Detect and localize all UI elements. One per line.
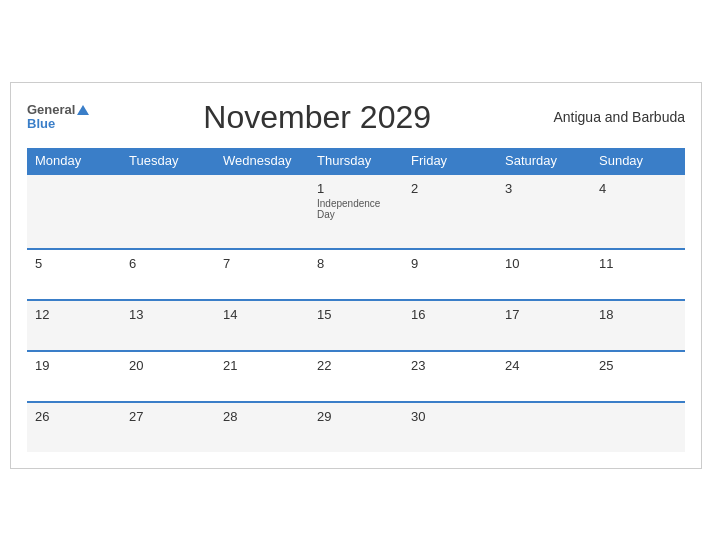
week-row-2: 567891011 bbox=[27, 249, 685, 300]
day-number: 20 bbox=[129, 358, 207, 373]
header-friday: Friday bbox=[403, 148, 497, 174]
day-cell: 16 bbox=[403, 300, 497, 351]
day-number: 26 bbox=[35, 409, 113, 424]
day-cell: 1Independence Day bbox=[309, 174, 403, 249]
day-cell: 15 bbox=[309, 300, 403, 351]
day-cell: 24 bbox=[497, 351, 591, 402]
calendar-container: General Blue November 2029 Antigua and B… bbox=[10, 82, 702, 469]
day-cell: 30 bbox=[403, 402, 497, 452]
logo: General Blue bbox=[27, 103, 89, 132]
day-number: 10 bbox=[505, 256, 583, 271]
header-thursday: Thursday bbox=[309, 148, 403, 174]
day-cell: 13 bbox=[121, 300, 215, 351]
week-row-5: 2627282930 bbox=[27, 402, 685, 452]
header-monday: Monday bbox=[27, 148, 121, 174]
day-cell: 7 bbox=[215, 249, 309, 300]
holiday-label: Independence Day bbox=[317, 198, 395, 220]
day-cell: 29 bbox=[309, 402, 403, 452]
month-title: November 2029 bbox=[89, 99, 545, 136]
day-cell: 8 bbox=[309, 249, 403, 300]
header-tuesday: Tuesday bbox=[121, 148, 215, 174]
day-number: 29 bbox=[317, 409, 395, 424]
calendar-header: General Blue November 2029 Antigua and B… bbox=[27, 99, 685, 136]
logo-blue-text: Blue bbox=[27, 117, 89, 131]
day-number: 19 bbox=[35, 358, 113, 373]
day-cell: 20 bbox=[121, 351, 215, 402]
day-cell: 4 bbox=[591, 174, 685, 249]
days-header-row: Monday Tuesday Wednesday Thursday Friday… bbox=[27, 148, 685, 174]
day-number: 18 bbox=[599, 307, 677, 322]
day-number: 22 bbox=[317, 358, 395, 373]
day-number: 28 bbox=[223, 409, 301, 424]
header-saturday: Saturday bbox=[497, 148, 591, 174]
day-cell: 25 bbox=[591, 351, 685, 402]
day-cell: 22 bbox=[309, 351, 403, 402]
day-number: 24 bbox=[505, 358, 583, 373]
day-number: 12 bbox=[35, 307, 113, 322]
day-cell bbox=[27, 174, 121, 249]
day-number: 13 bbox=[129, 307, 207, 322]
day-cell: 19 bbox=[27, 351, 121, 402]
day-cell: 17 bbox=[497, 300, 591, 351]
week-row-4: 19202122232425 bbox=[27, 351, 685, 402]
day-number: 3 bbox=[505, 181, 583, 196]
day-number: 2 bbox=[411, 181, 489, 196]
day-number: 21 bbox=[223, 358, 301, 373]
day-number: 11 bbox=[599, 256, 677, 271]
header-wednesday: Wednesday bbox=[215, 148, 309, 174]
week-row-1: 1Independence Day234 bbox=[27, 174, 685, 249]
day-cell: 5 bbox=[27, 249, 121, 300]
day-cell: 12 bbox=[27, 300, 121, 351]
week-row-3: 12131415161718 bbox=[27, 300, 685, 351]
day-cell: 18 bbox=[591, 300, 685, 351]
day-number: 27 bbox=[129, 409, 207, 424]
country-label: Antigua and Barbuda bbox=[545, 109, 685, 125]
day-number: 1 bbox=[317, 181, 395, 196]
day-number: 9 bbox=[411, 256, 489, 271]
calendar-table: Monday Tuesday Wednesday Thursday Friday… bbox=[27, 148, 685, 452]
day-cell: 2 bbox=[403, 174, 497, 249]
day-cell: 26 bbox=[27, 402, 121, 452]
day-cell: 27 bbox=[121, 402, 215, 452]
day-number: 8 bbox=[317, 256, 395, 271]
logo-general-text: General bbox=[27, 103, 75, 117]
logo-triangle-icon bbox=[77, 105, 89, 115]
day-number: 7 bbox=[223, 256, 301, 271]
day-cell bbox=[497, 402, 591, 452]
day-cell: 11 bbox=[591, 249, 685, 300]
header-sunday: Sunday bbox=[591, 148, 685, 174]
day-cell: 23 bbox=[403, 351, 497, 402]
day-number: 23 bbox=[411, 358, 489, 373]
day-cell: 21 bbox=[215, 351, 309, 402]
day-cell bbox=[121, 174, 215, 249]
day-number: 6 bbox=[129, 256, 207, 271]
day-cell bbox=[215, 174, 309, 249]
day-number: 17 bbox=[505, 307, 583, 322]
day-cell: 10 bbox=[497, 249, 591, 300]
day-cell: 3 bbox=[497, 174, 591, 249]
day-cell: 28 bbox=[215, 402, 309, 452]
day-number: 25 bbox=[599, 358, 677, 373]
day-number: 5 bbox=[35, 256, 113, 271]
day-number: 16 bbox=[411, 307, 489, 322]
day-cell: 6 bbox=[121, 249, 215, 300]
day-cell: 14 bbox=[215, 300, 309, 351]
day-number: 14 bbox=[223, 307, 301, 322]
day-cell bbox=[591, 402, 685, 452]
day-number: 30 bbox=[411, 409, 489, 424]
day-number: 15 bbox=[317, 307, 395, 322]
day-cell: 9 bbox=[403, 249, 497, 300]
day-number: 4 bbox=[599, 181, 677, 196]
